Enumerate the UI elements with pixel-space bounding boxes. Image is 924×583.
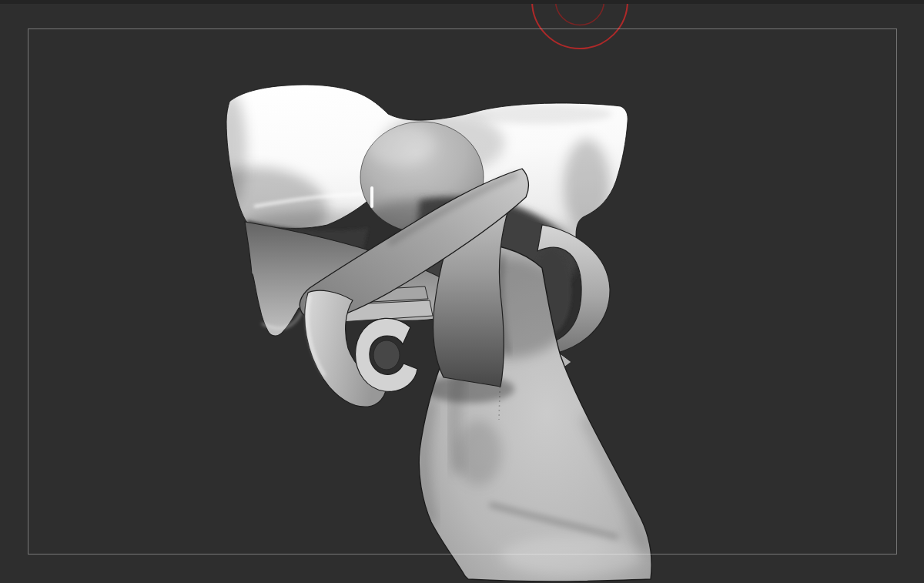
- crest-dome-gap-highlight: [370, 186, 373, 208]
- hook-hole: [373, 340, 400, 370]
- sculpt-app-window: [0, 0, 924, 583]
- top-edge-strip: [0, 0, 924, 4]
- sculpt-viewport[interactable]: [0, 0, 924, 583]
